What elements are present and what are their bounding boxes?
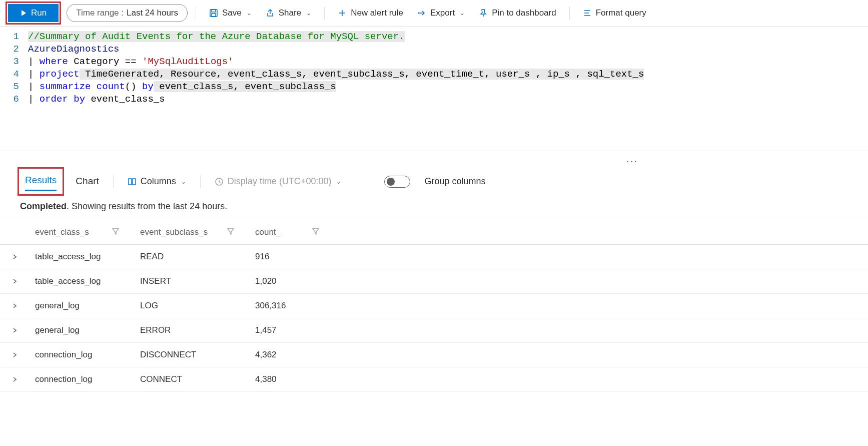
table-row[interactable]: connection_logCONNECT4,380: [0, 367, 868, 392]
chevron-right-icon: [13, 279, 18, 284]
table-cell: 306,316: [250, 294, 868, 318]
table-row[interactable]: general_logERROR1,457: [0, 318, 868, 343]
table-row[interactable]: table_access_logREAD916: [0, 245, 868, 269]
chevron-right-icon: [13, 254, 18, 259]
format-label: Format query: [596, 8, 646, 18]
table-cell: table_access_log: [30, 245, 135, 269]
time-range-label: Time range :: [76, 8, 124, 18]
plus-icon: [338, 9, 347, 18]
export-label: Export: [430, 8, 455, 18]
tab-chart[interactable]: Chart: [76, 173, 99, 191]
code-line[interactable]: | project TimeGenerated, Resource, event…: [28, 68, 868, 81]
new-alert-label: New alert rule: [351, 8, 403, 18]
column-header-event-class[interactable]: event_class_s: [30, 220, 135, 245]
chevron-right-icon: [13, 377, 18, 382]
status-suffix: . Showing results from the last 24 hours…: [67, 201, 227, 211]
results-toolbar: Results Chart Columns ⌄ Display time (UT…: [0, 165, 868, 193]
line-number-gutter: 123456: [0, 31, 28, 106]
more-menu-icon[interactable]: ...: [0, 151, 868, 165]
toolbar-separator: [569, 7, 570, 20]
display-time-button[interactable]: Display time (UTC+00:00) ⌄: [215, 176, 342, 187]
time-range-value: Last 24 hours: [127, 8, 178, 18]
code-content[interactable]: //Summary of Audit Events for the Azure …: [28, 31, 868, 106]
save-label: Save: [222, 8, 242, 18]
query-toolbar: Run Time range : Last 24 hours Save ⌄ Sh…: [0, 0, 868, 27]
code-line[interactable]: | summarize count() by event_class_s, ev…: [28, 81, 868, 93]
chevron-down-icon: ⌄: [336, 178, 341, 185]
table-row[interactable]: general_logLOG306,316: [0, 294, 868, 318]
code-line[interactable]: | order by event_class_s: [28, 93, 868, 106]
filter-icon[interactable]: [227, 227, 234, 237]
header-label: event_class_s: [35, 227, 89, 237]
share-button[interactable]: Share ⌄: [261, 5, 316, 21]
export-button[interactable]: Export ⌄: [412, 5, 470, 21]
svg-rect-1: [212, 10, 216, 12]
save-button[interactable]: Save ⌄: [204, 5, 257, 21]
pin-to-dashboard-button[interactable]: Pin to dashboard: [474, 5, 561, 21]
table-cell: DISCONNECT: [135, 343, 250, 367]
table-cell: 1,457: [250, 318, 868, 343]
svg-rect-4: [129, 179, 132, 185]
group-columns-toggle[interactable]: [384, 176, 410, 188]
filter-icon[interactable]: [312, 227, 319, 237]
code-line[interactable]: | where Category == 'MySqlAuditLogs': [28, 56, 868, 68]
column-header-event-subclass[interactable]: event_subclass_s: [135, 220, 250, 245]
format-icon: [583, 9, 592, 18]
columns-button[interactable]: Columns ⌄: [128, 176, 186, 187]
filter-icon[interactable]: [112, 227, 119, 237]
new-alert-rule-button[interactable]: New alert rule: [333, 5, 408, 21]
table-cell: INSERT: [135, 269, 250, 294]
save-icon: [209, 9, 218, 18]
table-cell: connection_log: [30, 367, 135, 392]
share-icon: [266, 9, 275, 18]
row-expander[interactable]: [0, 269, 30, 294]
svg-rect-2: [212, 14, 216, 17]
row-expander[interactable]: [0, 343, 30, 367]
expander-header: [0, 220, 30, 245]
table-row[interactable]: table_access_logINSERT1,020: [0, 269, 868, 294]
chevron-right-icon: [13, 352, 18, 357]
row-expander[interactable]: [0, 294, 30, 318]
svg-rect-5: [133, 179, 136, 185]
row-expander[interactable]: [0, 245, 30, 269]
line-number: 1: [0, 31, 19, 43]
query-status: Completed. Showing results from the last…: [0, 193, 868, 220]
chevron-down-icon: ⌄: [460, 10, 465, 17]
chevron-down-icon: ⌄: [306, 10, 311, 17]
toolbar-separator: [324, 7, 325, 20]
run-button-label: Run: [31, 8, 47, 18]
format-query-button[interactable]: Format query: [578, 5, 651, 21]
table-row[interactable]: connection_logDISCONNECT4,362: [0, 343, 868, 367]
chevron-down-icon: ⌄: [181, 178, 186, 185]
group-columns-label: Group columns: [424, 176, 485, 187]
pin-icon: [479, 9, 488, 18]
header-label: count_: [255, 227, 281, 237]
row-expander[interactable]: [0, 318, 30, 343]
column-header-count[interactable]: count_: [250, 220, 868, 245]
time-range-selector[interactable]: Time range : Last 24 hours: [67, 4, 188, 22]
table-cell: general_log: [30, 318, 135, 343]
chevron-down-icon: ⌄: [247, 10, 252, 17]
line-number: 3: [0, 56, 19, 68]
toggle-knob: [387, 178, 395, 186]
table-cell: READ: [135, 245, 250, 269]
table-cell: table_access_log: [30, 269, 135, 294]
table-cell: general_log: [30, 294, 135, 318]
export-icon: [417, 9, 426, 18]
tab-results[interactable]: Results: [25, 172, 57, 191]
code-line[interactable]: //Summary of Audit Events for the Azure …: [28, 31, 868, 43]
results-bar-separator: [200, 175, 201, 188]
line-number: 6: [0, 93, 19, 106]
chevron-right-icon: [13, 303, 18, 308]
table-cell: connection_log: [30, 343, 135, 367]
display-time-label: Display time (UTC+00:00): [228, 176, 332, 187]
query-editor[interactable]: 123456 //Summary of Audit Events for the…: [0, 27, 868, 151]
play-icon: [20, 10, 27, 17]
run-button[interactable]: Run: [8, 4, 59, 22]
share-label: Share: [279, 8, 301, 18]
line-number: 5: [0, 81, 19, 93]
results-tabs-highlight: Results: [20, 170, 62, 193]
code-line[interactable]: AzureDiagnostics: [28, 43, 868, 56]
results-table: event_class_s event_subclass_s count_: [0, 220, 868, 392]
row-expander[interactable]: [0, 367, 30, 392]
